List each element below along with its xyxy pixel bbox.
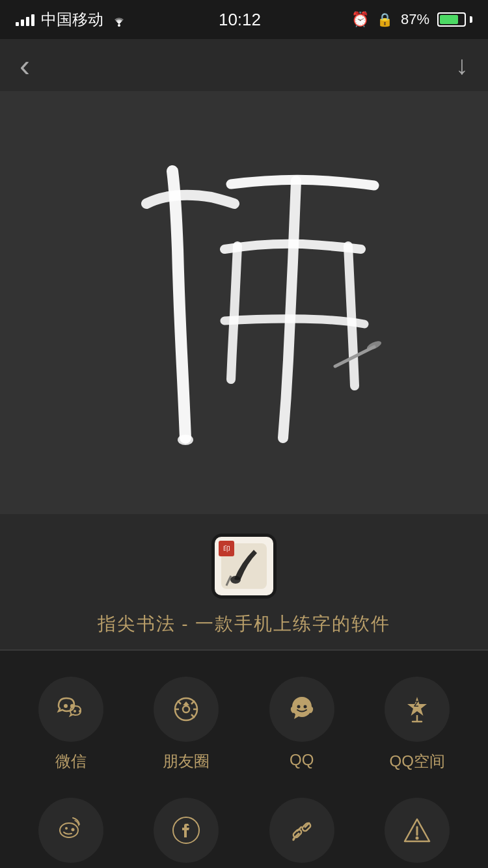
time-label: 10:12 bbox=[219, 10, 261, 30]
battery-percent: 87% bbox=[401, 11, 429, 28]
back-button[interactable]: ‹ bbox=[20, 47, 30, 83]
share-grid: 微信 朋友圈 bbox=[0, 651, 488, 868]
calligraphy-svg bbox=[81, 119, 407, 483]
download-button[interactable]: ↓ bbox=[455, 51, 468, 80]
qqspace-icon: Z bbox=[400, 692, 435, 727]
alarm-icon: ⏰ bbox=[351, 11, 369, 28]
lock-icon: 🔒 bbox=[377, 12, 393, 27]
svg-point-8 bbox=[74, 710, 76, 712]
wechat-icon-circle bbox=[38, 677, 103, 742]
svg-point-23 bbox=[65, 827, 68, 830]
warning-icon bbox=[400, 813, 435, 848]
wechat-icon bbox=[53, 692, 88, 727]
moments-icon-circle bbox=[154, 677, 219, 742]
top-nav: ‹ ↓ bbox=[0, 39, 488, 91]
report-icon-circle bbox=[385, 798, 450, 863]
qq-label: QQ bbox=[290, 751, 314, 769]
svg-point-24 bbox=[71, 828, 74, 832]
app-seal: 印 bbox=[219, 541, 234, 556]
app-name-label: 指尖书法 - 一款手机上练字的软件 bbox=[98, 612, 391, 636]
svg-point-1 bbox=[178, 435, 193, 445]
status-right: ⏰ 🔒 87% bbox=[351, 11, 472, 28]
share-report[interactable]: 举报 bbox=[368, 798, 466, 868]
share-wechat[interactable]: 微信 bbox=[22, 677, 120, 772]
signal-icon bbox=[16, 13, 34, 26]
share-weibo[interactable]: 新浪微博 bbox=[22, 798, 120, 868]
svg-line-14 bbox=[178, 701, 181, 704]
qq-icon bbox=[284, 692, 319, 727]
share-moments[interactable]: 朋友圈 bbox=[137, 677, 235, 772]
share-qqspace[interactable]: Z QQ空间 bbox=[368, 677, 466, 772]
svg-point-18 bbox=[303, 705, 306, 709]
share-facebook[interactable]: Facebook bbox=[137, 798, 235, 868]
weibo-icon bbox=[53, 813, 88, 848]
link-icon bbox=[284, 813, 319, 848]
weibo-icon-circle bbox=[38, 798, 103, 863]
svg-point-0 bbox=[118, 24, 120, 27]
qq-icon-circle bbox=[269, 677, 334, 742]
svg-point-6 bbox=[64, 704, 68, 708]
svg-rect-26 bbox=[292, 828, 303, 839]
svg-line-16 bbox=[191, 701, 195, 704]
svg-line-15 bbox=[191, 714, 195, 718]
moments-icon bbox=[169, 692, 204, 727]
qqspace-label: QQ空间 bbox=[390, 751, 445, 772]
qqspace-icon-circle: Z bbox=[385, 677, 450, 742]
svg-point-29 bbox=[416, 837, 419, 840]
share-savephoto[interactable]: 保存图片 bbox=[253, 798, 351, 868]
wifi-icon bbox=[110, 12, 128, 27]
svg-point-17 bbox=[297, 705, 300, 709]
canvas-area bbox=[0, 91, 488, 514]
svg-point-13 bbox=[183, 706, 189, 712]
svg-point-5 bbox=[230, 576, 241, 584]
facebook-icon bbox=[169, 813, 204, 848]
battery-indicator bbox=[437, 12, 472, 27]
svg-text:Z: Z bbox=[414, 699, 418, 709]
wechat-label: 微信 bbox=[55, 751, 87, 772]
app-info-section: 印 指尖书法 - 一款手机上练字的软件 bbox=[0, 514, 488, 649]
app-icon: 印 bbox=[211, 534, 277, 599]
carrier-label: 中国移动 bbox=[41, 9, 103, 30]
share-row-2: 新浪微博 Facebook bbox=[0, 791, 488, 868]
svg-rect-27 bbox=[301, 822, 312, 832]
moments-label: 朋友圈 bbox=[163, 751, 210, 772]
facebook-icon-circle bbox=[154, 798, 219, 863]
status-left: 中国移动 bbox=[16, 9, 128, 30]
status-bar: 中国移动 10:12 ⏰ 🔒 87% bbox=[0, 0, 488, 39]
savephoto-icon-circle bbox=[269, 798, 334, 863]
share-row-1: 微信 朋友圈 bbox=[0, 670, 488, 791]
share-qq[interactable]: QQ bbox=[253, 677, 351, 772]
